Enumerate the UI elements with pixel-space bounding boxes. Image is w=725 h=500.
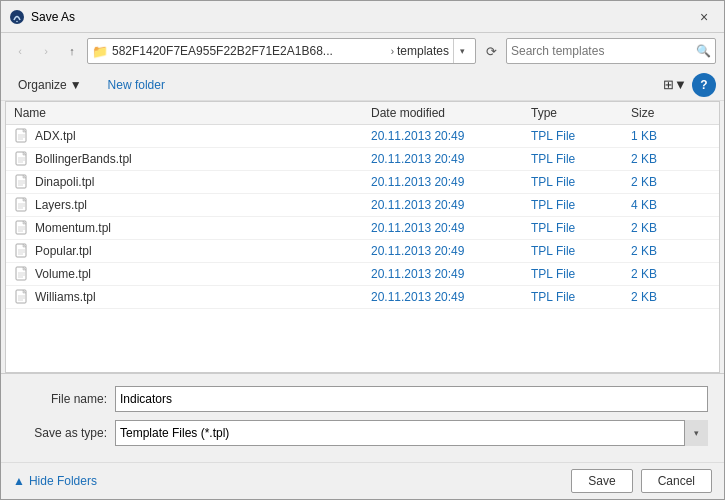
file-name-text: Volume.tpl [35, 267, 91, 281]
breadcrumb-current: templates [397, 44, 449, 58]
search-icon[interactable]: 🔍 [696, 44, 711, 58]
table-row[interactable]: Williams.tpl 20.11.2013 20:49 TPL File 2… [6, 286, 719, 309]
save-button[interactable]: Save [571, 469, 632, 493]
file-type: TPL File [531, 221, 631, 235]
col-header-date[interactable]: Date modified [371, 106, 531, 120]
file-icon [14, 151, 30, 167]
file-size: 2 KB [631, 290, 711, 304]
file-type: TPL File [531, 198, 631, 212]
back-button[interactable]: ‹ [9, 40, 31, 62]
footer-actions: Save Cancel [571, 469, 712, 493]
breadcrumb-chevron: › [391, 46, 394, 57]
new-folder-button[interactable]: New folder [99, 74, 174, 96]
organize-label: Organize [18, 78, 67, 92]
file-name-cell: BollingerBands.tpl [14, 151, 371, 167]
table-row[interactable]: Volume.tpl 20.11.2013 20:49 TPL File 2 K… [6, 263, 719, 286]
search-input[interactable] [511, 44, 696, 58]
file-icon [14, 243, 30, 259]
file-type: TPL File [531, 267, 631, 281]
file-list-area: Name Date modified Type Size ADX.tpl 20.… [5, 101, 720, 373]
hide-folders-label: Hide Folders [29, 474, 97, 488]
savetype-label: Save as type: [17, 426, 107, 440]
file-date: 20.11.2013 20:49 [371, 129, 531, 143]
cancel-button[interactable]: Cancel [641, 469, 712, 493]
file-date: 20.11.2013 20:49 [371, 221, 531, 235]
dialog-icon [9, 9, 25, 25]
filename-label: File name: [17, 392, 107, 406]
file-name-cell: Volume.tpl [14, 266, 371, 282]
file-name-text: Layers.tpl [35, 198, 87, 212]
title-bar: Save As × [1, 1, 724, 33]
file-type: TPL File [531, 244, 631, 258]
table-row[interactable]: ADX.tpl 20.11.2013 20:49 TPL File 1 KB [6, 125, 719, 148]
file-icon [14, 174, 30, 190]
file-icon [14, 128, 30, 144]
file-icon [14, 289, 30, 305]
close-button[interactable]: × [692, 5, 716, 29]
help-button[interactable]: ? [692, 73, 716, 97]
file-size: 1 KB [631, 129, 711, 143]
view-icon: ⊞ [663, 77, 674, 92]
breadcrumb-bar[interactable]: 📁 582F1420F7EA955F22B2F71E2A1B68... › te… [87, 38, 476, 64]
hide-folders-button[interactable]: ▲ Hide Folders [13, 474, 97, 488]
search-bar: 🔍 [506, 38, 716, 64]
file-date: 20.11.2013 20:49 [371, 290, 531, 304]
breadcrumb-path: 582F1420F7EA955F22B2F71E2A1B68... [112, 44, 388, 58]
file-date: 20.11.2013 20:49 [371, 267, 531, 281]
view-button[interactable]: ⊞ ▼ [662, 73, 688, 97]
savetype-row: Save as type: Template Files (*.tpl) ▾ [17, 420, 708, 446]
view-chevron: ▼ [674, 77, 687, 92]
file-rows-container: ADX.tpl 20.11.2013 20:49 TPL File 1 KB B… [6, 125, 719, 309]
toolbar-right: ⊞ ▼ ? [662, 73, 716, 97]
organize-chevron: ▼ [70, 78, 82, 92]
savetype-select[interactable]: Template Files (*.tpl) [115, 420, 708, 446]
file-name-cell: Dinapoli.tpl [14, 174, 371, 190]
file-size: 2 KB [631, 244, 711, 258]
refresh-button[interactable]: ⟳ [480, 40, 502, 62]
file-name-text: BollingerBands.tpl [35, 152, 132, 166]
file-name-cell: Popular.tpl [14, 243, 371, 259]
folder-icon: 📁 [92, 44, 108, 59]
savetype-wrap: Template Files (*.tpl) ▾ [115, 420, 708, 446]
organize-button[interactable]: Organize ▼ [9, 74, 91, 96]
table-row[interactable]: Dinapoli.tpl 20.11.2013 20:49 TPL File 2… [6, 171, 719, 194]
file-icon [14, 220, 30, 236]
footer: ▲ Hide Folders Save Cancel [1, 462, 724, 499]
forward-button[interactable]: › [35, 40, 57, 62]
file-date: 20.11.2013 20:49 [371, 244, 531, 258]
file-name-text: Momentum.tpl [35, 221, 111, 235]
file-type: TPL File [531, 175, 631, 189]
file-name-text: Popular.tpl [35, 244, 92, 258]
dialog-title: Save As [31, 10, 692, 24]
file-name-cell: ADX.tpl [14, 128, 371, 144]
file-type: TPL File [531, 152, 631, 166]
file-size: 2 KB [631, 175, 711, 189]
table-row[interactable]: Layers.tpl 20.11.2013 20:49 TPL File 4 K… [6, 194, 719, 217]
hide-folders-chevron: ▲ [13, 474, 25, 488]
file-name-text: Williams.tpl [35, 290, 96, 304]
file-size: 2 KB [631, 152, 711, 166]
col-header-type[interactable]: Type [531, 106, 631, 120]
filename-row: File name: [17, 386, 708, 412]
file-name-cell: Layers.tpl [14, 197, 371, 213]
breadcrumb-dropdown[interactable]: ▾ [453, 39, 471, 63]
filename-input[interactable] [115, 386, 708, 412]
file-date: 20.11.2013 20:49 [371, 198, 531, 212]
file-icon [14, 197, 30, 213]
col-header-size[interactable]: Size [631, 106, 711, 120]
table-row[interactable]: Momentum.tpl 20.11.2013 20:49 TPL File 2… [6, 217, 719, 240]
svg-point-1 [16, 20, 18, 22]
file-icon [14, 266, 30, 282]
file-size: 2 KB [631, 267, 711, 281]
file-name-text: Dinapoli.tpl [35, 175, 94, 189]
file-date: 20.11.2013 20:49 [371, 175, 531, 189]
file-name-cell: Momentum.tpl [14, 220, 371, 236]
up-button[interactable]: ↑ [61, 40, 83, 62]
table-row[interactable]: BollingerBands.tpl 20.11.2013 20:49 TPL … [6, 148, 719, 171]
file-size: 2 KB [631, 221, 711, 235]
table-row[interactable]: Popular.tpl 20.11.2013 20:49 TPL File 2 … [6, 240, 719, 263]
col-header-name[interactable]: Name [14, 106, 371, 120]
file-type: TPL File [531, 290, 631, 304]
file-list-header: Name Date modified Type Size [6, 102, 719, 125]
save-as-dialog: Save As × ‹ › ↑ 📁 582F1420F7EA955F22B2F7… [0, 0, 725, 500]
